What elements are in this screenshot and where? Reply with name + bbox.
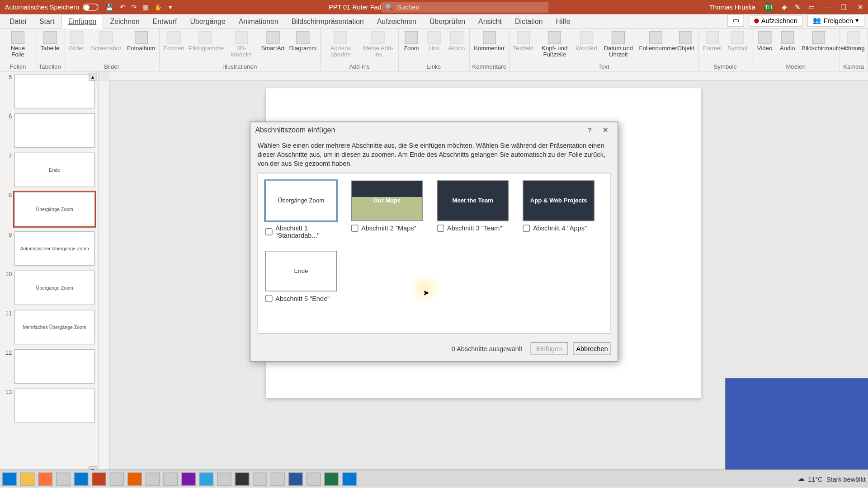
onenote-icon[interactable] (181, 472, 196, 485)
tab-dictation[interactable]: Dictation (509, 15, 549, 28)
ribbon-btn[interactable]: Audio (777, 30, 797, 53)
ribbon-btn[interactable]: Bildschirmaufzeichnung (800, 30, 837, 53)
collapse-ribbon-icon[interactable]: ▭ (727, 14, 744, 27)
word-icon[interactable] (288, 472, 303, 485)
eraser-icon[interactable]: ✎ (795, 3, 800, 11)
section-checkbox[interactable] (265, 228, 273, 235)
thumbnail-slide[interactable]: 11Mehrfaches Übergänge Zoom (4, 310, 95, 344)
tab-datei[interactable]: Datei (4, 15, 32, 28)
section-checkbox[interactable] (265, 295, 273, 302)
minimize-icon[interactable]: — (823, 3, 831, 11)
thumbnail-slide[interactable]: 12 (4, 349, 95, 384)
section-caption[interactable]: Abschnitt 5 "Ende" (265, 295, 340, 302)
ribbon-btn[interactable]: Fotoalbum (125, 30, 157, 53)
ribbon-btn[interactable]: Kommentar (472, 30, 506, 53)
excel-icon[interactable] (324, 472, 339, 485)
app-icon[interactable] (146, 472, 160, 485)
cancel-button[interactable]: Abbrechen (574, 342, 611, 355)
thumbnail-slide[interactable]: 13 (4, 389, 95, 423)
start-icon[interactable] (2, 472, 17, 485)
tab-übergänge[interactable]: Übergänge (184, 15, 231, 28)
app-icon[interactable] (217, 472, 231, 485)
ribbon-btn[interactable]: Datum und Uhrzeit (601, 30, 636, 59)
ribbon-btn[interactable]: SmartArt (260, 30, 286, 53)
ribbon-btn[interactable]: Kopf- und Fußzeile (537, 30, 572, 59)
tab-animationen[interactable]: Animationen (233, 15, 284, 28)
tab-bildschirmpräsentation[interactable]: Bildschirmpräsentation (286, 15, 370, 28)
record-button[interactable]: Aufzeichnen (749, 15, 802, 27)
thumbnail-slide[interactable]: 9Automatischer Übergänge Zoom (4, 231, 95, 266)
app-icon[interactable] (307, 472, 321, 485)
app-icon[interactable] (110, 472, 124, 485)
telegram-icon[interactable] (199, 472, 213, 485)
tab-überprüfen[interactable]: Überprüfen (424, 15, 472, 28)
section-caption[interactable]: Abschnitt 2 "Maps" (351, 225, 425, 232)
firefox-icon[interactable] (38, 472, 52, 485)
weather-widget[interactable]: ☁ 11°C Stark bewölkt (798, 475, 866, 483)
window-icon[interactable]: ▭ (808, 3, 814, 11)
diamond-icon[interactable]: ◈ (782, 3, 787, 11)
thumbnail-slide[interactable]: 10Übergänge Zoom (4, 271, 95, 305)
section-checkbox[interactable] (351, 225, 359, 232)
vlc-icon[interactable] (127, 472, 142, 485)
undo-icon[interactable]: ↶ (120, 3, 125, 11)
ribbon-btn[interactable]: Neue Folie (2, 30, 33, 59)
user-name[interactable]: Thomas Hruska (709, 4, 755, 11)
obs-icon[interactable] (235, 472, 250, 485)
section-item[interactable]: Übergänge ZoomAbschnitt 1 "Standardab...… (265, 180, 340, 239)
edge-icon[interactable] (342, 472, 357, 485)
app-icon[interactable] (271, 472, 285, 485)
autosave-toggle[interactable]: Automatisches Speichern (5, 4, 99, 11)
tab-hilfe[interactable]: Hilfe (550, 15, 576, 28)
section-checkbox[interactable] (523, 225, 530, 232)
powerpoint-icon[interactable] (92, 472, 106, 485)
tab-einfügen[interactable]: Einfügen (61, 14, 103, 29)
section-item[interactable]: Our MapsAbschnitt 2 "Maps" (351, 180, 425, 239)
tab-aufzeichnen[interactable]: Aufzeichnen (371, 15, 422, 28)
explorer-icon[interactable] (20, 472, 35, 485)
share-button[interactable]: 👥Freigeben▾ (807, 14, 864, 27)
search-input[interactable] (397, 4, 545, 11)
thumbnail-slide[interactable]: 5 (4, 74, 95, 108)
ribbon-btn[interactable]: Objekt (675, 30, 696, 53)
ribbon-btn[interactable]: Diagramm (288, 30, 317, 53)
ribbon-btn[interactable]: Tabelle (38, 30, 61, 53)
outlook-icon[interactable] (74, 472, 89, 485)
section-caption[interactable]: Abschnitt 4 "Apps" (523, 225, 597, 232)
section-item[interactable]: EndeAbschnitt 5 "Ende" (265, 251, 340, 302)
section-caption[interactable]: Abschnitt 3 "Team" (437, 225, 511, 232)
section-caption[interactable]: Abschnitt 1 "Standardab..." (265, 225, 340, 239)
slide-thumbnails[interactable]: ▴ ▾ 567Ende8Übergänge Zoom9Automatischer… (0, 71, 99, 475)
touch-icon[interactable]: ✋ (154, 3, 162, 11)
redo-icon[interactable]: ↷ (131, 3, 137, 11)
app-icon[interactable] (163, 472, 178, 485)
search-box[interactable]: 🔍 (382, 2, 548, 13)
ribbon-group-kamera: CameoKamera (840, 28, 868, 71)
present-icon[interactable]: ▦ (142, 3, 148, 11)
section-item[interactable]: Meet the TeamAbschnitt 3 "Team" (437, 180, 511, 239)
section-item[interactable]: App & Web ProjectsAbschnitt 4 "Apps" (523, 180, 597, 239)
close-icon[interactable]: ✕ (856, 3, 864, 11)
chrome-icon[interactable] (56, 472, 71, 485)
tab-ansicht[interactable]: Ansicht (472, 15, 508, 28)
tab-entwurf[interactable]: Entwurf (147, 15, 183, 28)
ribbon-btn[interactable]: Video (755, 30, 775, 53)
maximize-icon[interactable]: ☐ (840, 3, 848, 11)
qat-more-icon[interactable]: ▾ (169, 3, 172, 11)
avatar[interactable]: TH (764, 2, 773, 12)
help-icon[interactable]: ? (582, 123, 597, 136)
close-icon[interactable]: ✕ (597, 123, 613, 136)
dialog-titlebar[interactable]: Abschnittszoom einfügen ? ✕ (250, 122, 618, 137)
tab-start[interactable]: Start (33, 15, 61, 28)
thumbnail-slide[interactable]: 6 (4, 113, 95, 148)
ribbon-btn[interactable]: Zoom (401, 30, 421, 53)
insert-button[interactable]: Einfügen (531, 342, 568, 355)
thumbnail-slide[interactable]: 8Übergänge Zoom (4, 192, 95, 226)
thumbnail-slide[interactable]: 7Ende (4, 153, 95, 187)
tab-zeichnen[interactable]: Zeichnen (104, 15, 145, 28)
scroll-up-icon[interactable]: ▴ (89, 73, 97, 81)
ribbon-btn[interactable]: Foliennummer (638, 30, 673, 53)
section-checkbox[interactable] (437, 225, 444, 232)
save-icon[interactable]: 💾 (105, 3, 113, 11)
app-icon[interactable] (253, 472, 267, 485)
